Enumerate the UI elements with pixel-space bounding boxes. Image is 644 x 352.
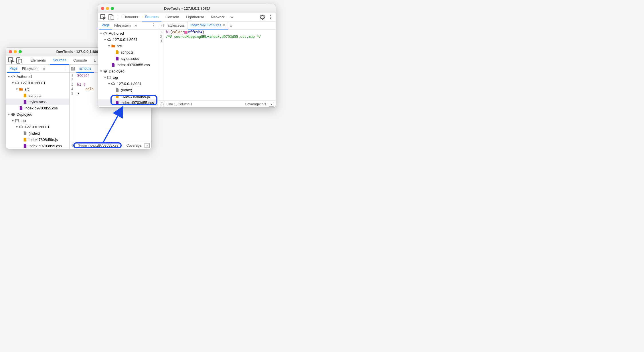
tree-host2[interactable]: ▼127.0.0.1:8081 bbox=[98, 80, 158, 87]
cloud-icon bbox=[111, 81, 115, 86]
sidebar-tab-page[interactable]: Page bbox=[99, 21, 112, 30]
separator bbox=[117, 15, 117, 20]
tree-host[interactable]: ▼127.0.0.1:8081 bbox=[6, 80, 69, 86]
nav-back-icon[interactable] bbox=[70, 65, 76, 72]
folder-icon bbox=[111, 44, 115, 48]
tree-index-js[interactable]: index.7808df6e.js bbox=[6, 136, 69, 143]
sidebar-tab-page[interactable]: Page bbox=[7, 65, 20, 73]
tab-sources[interactable]: Sources bbox=[50, 56, 69, 65]
more-tabs-icon[interactable]: » bbox=[229, 15, 235, 20]
maximize-button[interactable] bbox=[111, 7, 114, 10]
sidebar: Page Filesystem » ⋮ ▼Authored ▼127.0.0.1… bbox=[98, 21, 158, 107]
kebab-menu-icon[interactable]: ⋮ bbox=[62, 66, 68, 71]
cursor-position: Line 1, Column 1 bbox=[166, 102, 192, 106]
color-swatch[interactable] bbox=[184, 31, 187, 34]
css-file-icon bbox=[23, 143, 27, 148]
frame-icon bbox=[107, 75, 111, 80]
nav-back-icon[interactable] bbox=[158, 22, 165, 29]
tree-top[interactable]: ▼top bbox=[98, 74, 158, 80]
traffic-lights bbox=[101, 7, 114, 10]
gutter: 123 bbox=[158, 30, 164, 101]
sidebar-tabs: Page Filesystem » ⋮ bbox=[98, 21, 158, 30]
frame-icon bbox=[15, 118, 19, 123]
file-tree: ▼Authored ▼127.0.0.1:8081 ▼src script.ts… bbox=[98, 30, 158, 107]
tree-index[interactable]: (index) bbox=[98, 87, 158, 93]
gutter: 12345 bbox=[70, 73, 75, 142]
tree-deployed[interactable]: ▼Deployed bbox=[6, 111, 69, 117]
gear-icon[interactable] bbox=[259, 14, 266, 20]
editor-tab-script[interactable]: script.ts bbox=[76, 65, 94, 73]
pretty-print-icon[interactable]: {} bbox=[71, 143, 75, 148]
source: h1{color:#ff69b4} /*# sourceMappingURL=i… bbox=[164, 30, 262, 101]
css-file-icon bbox=[115, 100, 119, 105]
close-button[interactable] bbox=[101, 7, 104, 10]
main-toolbar: Elements Sources Console Lighthouse Netw… bbox=[98, 13, 276, 21]
editor-tab-indexcss[interactable]: index.d9703d55.css× bbox=[188, 21, 228, 30]
tree-script-ts[interactable]: script.ts bbox=[6, 92, 69, 99]
separator bbox=[25, 58, 25, 63]
close-button[interactable] bbox=[9, 50, 12, 53]
tree-styles-scss[interactable]: styles.scss bbox=[6, 99, 69, 105]
tab-console[interactable]: Console bbox=[163, 13, 182, 21]
drawer-toggle-icon[interactable]: ▲ bbox=[269, 102, 274, 107]
tab-network[interactable]: Network bbox=[208, 13, 228, 21]
status-bar: {} Line 1, Column 1 Coverage: n/a ▲ bbox=[158, 101, 276, 107]
device-icon[interactable] bbox=[16, 57, 23, 64]
tree-authored[interactable]: ▼Authored bbox=[98, 30, 158, 36]
cloud-icon bbox=[19, 125, 23, 129]
minimize-button[interactable] bbox=[106, 7, 109, 10]
tab-elements[interactable]: Elements bbox=[27, 56, 49, 65]
tree-index-css2[interactable]: index.d9703d55.css bbox=[6, 143, 69, 149]
tree-top[interactable]: ▼top bbox=[6, 117, 69, 124]
js-file-icon bbox=[23, 93, 27, 98]
svg-rect-3 bbox=[15, 119, 18, 122]
kebab-menu-icon[interactable]: ⋮ bbox=[151, 23, 157, 28]
status-from: (From index.d9703d55.css) bbox=[78, 143, 119, 148]
tree-styles-scss[interactable]: styles.scss bbox=[98, 55, 158, 62]
pretty-print-icon[interactable]: {} bbox=[160, 102, 164, 106]
inspect-icon[interactable] bbox=[8, 57, 15, 64]
source-map-link[interactable]: index.d9703d55.css bbox=[88, 143, 118, 148]
tree-src[interactable]: ▼src bbox=[98, 43, 158, 49]
file-icon bbox=[23, 131, 27, 135]
tab-more[interactable]: L bbox=[91, 56, 99, 65]
folder-icon bbox=[19, 87, 23, 91]
tree-host2[interactable]: ▼127.0.0.1:8081 bbox=[6, 124, 69, 130]
tree-index-js[interactable]: index.7808df6e.js bbox=[98, 93, 158, 99]
tab-console[interactable]: Console bbox=[70, 56, 90, 65]
traffic-lights bbox=[9, 50, 22, 53]
tab-lighthouse[interactable]: Lighthouse bbox=[183, 13, 207, 21]
tab-sources[interactable]: Sources bbox=[142, 13, 161, 21]
tree-script-ts[interactable]: script.ts bbox=[98, 49, 158, 55]
minimize-button[interactable] bbox=[14, 50, 17, 53]
maximize-button[interactable] bbox=[19, 50, 22, 53]
code-area[interactable]: 123 h1{color:#ff69b4} /*# sourceMappingU… bbox=[158, 30, 276, 101]
inspect-icon[interactable] bbox=[100, 14, 107, 20]
tab-elements[interactable]: Elements bbox=[120, 13, 141, 21]
device-icon[interactable] bbox=[108, 14, 115, 20]
tree-host[interactable]: ▼127.0.0.1:8081 bbox=[98, 36, 158, 43]
coverage-label: Coverage: n/a bbox=[245, 102, 266, 106]
more-tabs-icon[interactable]: » bbox=[133, 23, 139, 28]
tree-index-css2[interactable]: index.d9703d55.css bbox=[98, 99, 158, 106]
close-tab-icon[interactable]: × bbox=[223, 23, 225, 27]
tree-deployed[interactable]: ▼Deployed bbox=[98, 68, 158, 74]
kebab-menu-icon[interactable]: ⋮ bbox=[267, 14, 274, 20]
more-tabs-icon[interactable]: » bbox=[228, 23, 234, 28]
svg-rect-9 bbox=[111, 16, 114, 20]
source: $color h1 { colo } bbox=[75, 73, 95, 142]
editor-tab-styles[interactable]: styles.scss bbox=[165, 21, 188, 30]
file-icon bbox=[115, 88, 119, 92]
js-file-icon bbox=[23, 137, 27, 142]
tree-authored[interactable]: ▼Authored bbox=[6, 73, 69, 80]
tree-index-css[interactable]: index.d9703d55.css bbox=[98, 62, 158, 68]
tree-index[interactable]: (index) bbox=[6, 130, 69, 136]
tree-index-css[interactable]: index.d9703d55.css bbox=[6, 105, 69, 111]
tree-src[interactable]: ▼src bbox=[6, 86, 69, 92]
drawer-toggle-icon[interactable]: ▲ bbox=[145, 143, 150, 148]
coverage-label: Coverage: bbox=[127, 143, 142, 148]
sidebar-tab-filesystem[interactable]: Filesystem bbox=[20, 65, 41, 73]
more-tabs-icon[interactable]: » bbox=[41, 66, 47, 71]
sidebar-tab-filesystem[interactable]: Filesystem bbox=[112, 21, 133, 30]
css-file-icon bbox=[23, 99, 27, 104]
